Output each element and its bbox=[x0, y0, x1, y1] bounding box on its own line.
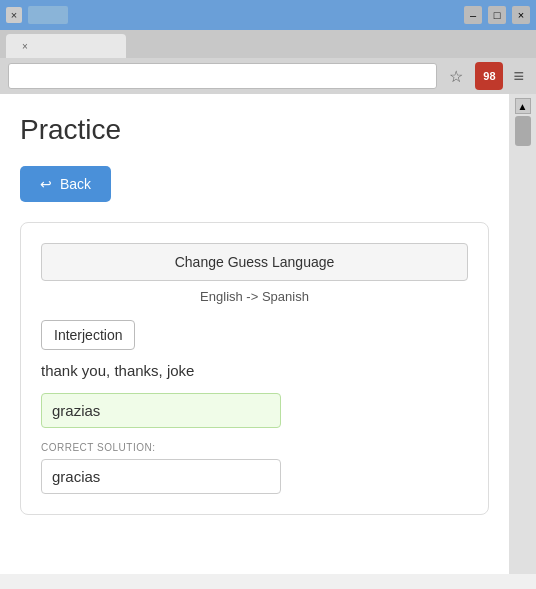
correct-solution-label: CORRECT SOLUTION: bbox=[41, 442, 468, 453]
window-close-button[interactable]: × bbox=[512, 6, 530, 24]
tab-close-icon[interactable]: × bbox=[22, 41, 28, 52]
tab-close-button[interactable]: × bbox=[6, 7, 22, 23]
browser-tab[interactable]: × bbox=[6, 34, 126, 58]
page-content: Practice ↩ Back Change Guess Language En… bbox=[0, 94, 509, 574]
scrollbar-up-button[interactable]: ▲ bbox=[515, 98, 531, 114]
language-direction: English -> Spanish bbox=[41, 289, 468, 304]
change-language-button[interactable]: Change Guess Language bbox=[41, 243, 468, 281]
page-title: Practice bbox=[20, 114, 489, 146]
back-button-label: Back bbox=[60, 176, 91, 192]
maximize-icon: □ bbox=[494, 9, 501, 21]
title-bar: × – □ × bbox=[0, 0, 536, 30]
maximize-button[interactable]: □ bbox=[488, 6, 506, 24]
address-bar-row: ☆ 98 ≡ bbox=[0, 58, 536, 94]
back-button[interactable]: ↩ Back bbox=[20, 166, 111, 202]
answer-input[interactable] bbox=[41, 393, 281, 428]
word-type-badge: Interjection bbox=[41, 320, 135, 350]
ext-label: 98 bbox=[483, 70, 495, 82]
correct-solution-input bbox=[41, 459, 281, 494]
minimize-icon: – bbox=[470, 9, 476, 21]
back-arrow-icon: ↩ bbox=[40, 176, 52, 192]
minimize-button[interactable]: – bbox=[464, 6, 482, 24]
main-layout: Practice ↩ Back Change Guess Language En… bbox=[0, 94, 536, 574]
tab-bar: × bbox=[0, 30, 536, 58]
window-close-icon: × bbox=[518, 9, 524, 21]
star-icon[interactable]: ☆ bbox=[443, 63, 469, 89]
browser-menu-icon[interactable]: ≡ bbox=[509, 66, 528, 87]
scrollbar-panel: ▲ bbox=[509, 94, 536, 574]
tab-thumbnail bbox=[28, 6, 68, 24]
practice-card: Change Guess Language English -> Spanish… bbox=[20, 222, 489, 515]
address-input[interactable] bbox=[8, 63, 437, 89]
window-controls: – □ × bbox=[464, 6, 530, 24]
word-clue: thank you, thanks, joke bbox=[41, 362, 468, 379]
scrollbar-thumb[interactable] bbox=[515, 116, 531, 146]
close-icon: × bbox=[11, 9, 17, 21]
extension-icon[interactable]: 98 bbox=[475, 62, 503, 90]
